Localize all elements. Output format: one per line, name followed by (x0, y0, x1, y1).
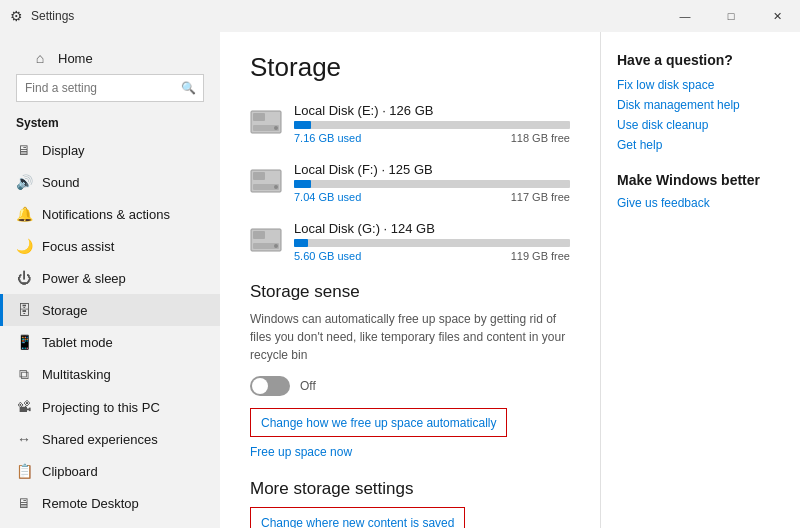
multitasking-icon: ⧉ (16, 366, 32, 383)
sidebar-label-home: Home (58, 51, 93, 66)
disk-used-1: 7.04 GB used (294, 191, 361, 203)
disk-icon-2 (250, 228, 282, 256)
disk-bar-0 (294, 121, 570, 129)
disk-svg-1 (250, 169, 282, 195)
disk-details-0: Local Disk (E:) · 126 GB 7.16 GB used 11… (294, 103, 570, 144)
disk-bar-2 (294, 239, 570, 247)
disk-svg-0 (250, 110, 282, 136)
sidebar-item-home[interactable]: ⌂ Home (16, 42, 204, 74)
sidebar-label-display: Display (42, 143, 85, 158)
home-icon: ⌂ (32, 50, 48, 66)
display-icon: 🖥 (16, 142, 32, 158)
sidebar-label-focus: Focus assist (42, 239, 114, 254)
sidebar-label-multitasking: Multitasking (42, 367, 111, 382)
disk-stats-0: 7.16 GB used 118 GB free (294, 132, 570, 144)
disk-fill-2 (294, 239, 308, 247)
sidebar-label-sound: Sound (42, 175, 80, 190)
titlebar: ⚙ Settings — □ ✕ (0, 0, 800, 32)
free-link[interactable]: Free up space now (250, 445, 570, 459)
sidebar-item-remote[interactable]: 🖥 Remote Desktop (0, 487, 220, 519)
disk-name-2: Local Disk (G:) · 124 GB (294, 221, 570, 236)
right-link-0[interactable]: Fix low disk space (617, 78, 784, 92)
main-content: ⌂ Home 🔍 System 🖥 Display 🔊 Sound 🔔 Noti… (0, 32, 800, 528)
sidebar-item-storage[interactable]: 🗄 Storage (0, 294, 220, 326)
storage-sense-toggle[interactable] (250, 376, 290, 396)
disk-free-1: 117 GB free (511, 191, 570, 203)
remote-icon: 🖥 (16, 495, 32, 511)
sidebar-item-display[interactable]: 🖥 Display (0, 134, 220, 166)
more-link-0[interactable]: Change where new content is saved (261, 516, 454, 528)
svg-point-6 (274, 185, 278, 189)
disk-icon-1 (250, 169, 282, 197)
more-settings-box: Change where new content is saved Manage… (250, 507, 465, 528)
disk-item-1: Local Disk (F:) · 125 GB 7.04 GB used 11… (250, 162, 570, 203)
disk-details-1: Local Disk (F:) · 125 GB 7.04 GB used 11… (294, 162, 570, 203)
close-button[interactable]: ✕ (754, 0, 800, 32)
search-icon: 🔍 (181, 81, 196, 95)
feedback-link[interactable]: Give us feedback (617, 196, 784, 210)
disk-details-2: Local Disk (G:) · 124 GB 5.60 GB used 11… (294, 221, 570, 262)
disk-name-1: Local Disk (F:) · 125 GB (294, 162, 570, 177)
projecting-icon: 📽 (16, 399, 32, 415)
sidebar-item-projecting[interactable]: 📽 Projecting to this PC (0, 391, 220, 423)
svg-rect-7 (253, 172, 265, 180)
right-link-2[interactable]: Use disk cleanup (617, 118, 784, 132)
search-input[interactable] (25, 81, 175, 95)
question-title: Have a question? (617, 52, 784, 68)
sidebar-item-shared[interactable]: ↔ Shared experiences (0, 423, 220, 455)
sidebar-label-clipboard: Clipboard (42, 464, 98, 479)
svg-point-10 (274, 244, 278, 248)
settings-icon: ⚙ (10, 8, 23, 24)
svg-rect-11 (253, 231, 265, 239)
sidebar-item-power[interactable]: ⏻ Power & sleep (0, 262, 220, 294)
main-panel: Storage Local Disk (E:) · 126 GB 7.16 GB… (220, 32, 600, 528)
focus-icon: 🌙 (16, 238, 32, 254)
disk-fill-1 (294, 180, 311, 188)
change-link[interactable]: Change how we free up space automaticall… (261, 416, 496, 430)
sidebar-item-notifications[interactable]: 🔔 Notifications & actions (0, 198, 220, 230)
sidebar-item-multitasking[interactable]: ⧉ Multitasking (0, 358, 220, 391)
tablet-icon: 📱 (16, 334, 32, 350)
right-link-1[interactable]: Disk management help (617, 98, 784, 112)
maximize-button[interactable]: □ (708, 0, 754, 32)
search-box[interactable]: 🔍 (16, 74, 204, 102)
right-link-3[interactable]: Get help (617, 138, 784, 152)
disk-svg-2 (250, 228, 282, 254)
disk-free-2: 119 GB free (511, 250, 570, 262)
sidebar-item-sound[interactable]: 🔊 Sound (0, 166, 220, 198)
disk-name-0: Local Disk (E:) · 126 GB (294, 103, 570, 118)
disk-stats-1: 7.04 GB used 117 GB free (294, 191, 570, 203)
titlebar-controls: — □ ✕ (662, 0, 800, 32)
disk-used-0: 7.16 GB used (294, 132, 361, 144)
sidebar-item-tablet[interactable]: 📱 Tablet mode (0, 326, 220, 358)
window-title: Settings (31, 9, 74, 23)
svg-point-2 (274, 126, 278, 130)
disk-item-0: Local Disk (E:) · 126 GB 7.16 GB used 11… (250, 103, 570, 144)
sidebar-label-tablet: Tablet mode (42, 335, 113, 350)
disk-fill-0 (294, 121, 311, 129)
change-link-box: Change how we free up space automaticall… (250, 408, 570, 437)
disks-container: Local Disk (E:) · 126 GB 7.16 GB used 11… (250, 103, 570, 262)
sidebar-label-remote: Remote Desktop (42, 496, 139, 511)
disk-stats-2: 5.60 GB used 119 GB free (294, 250, 570, 262)
storage-icon: 🗄 (16, 302, 32, 318)
sidebar-label-shared: Shared experiences (42, 432, 158, 447)
disk-free-0: 118 GB free (511, 132, 570, 144)
sidebar-label-power: Power & sleep (42, 271, 126, 286)
system-label: System (0, 108, 220, 134)
disk-icon-0 (250, 110, 282, 138)
notifications-icon: 🔔 (16, 206, 32, 222)
storage-sense-desc: Windows can automatically free up space … (250, 310, 570, 364)
sidebar-label-projecting: Projecting to this PC (42, 400, 160, 415)
disk-used-2: 5.60 GB used (294, 250, 361, 262)
storage-sense-title: Storage sense (250, 282, 570, 302)
sidebar: ⌂ Home 🔍 System 🖥 Display 🔊 Sound 🔔 Noti… (0, 32, 220, 528)
page-title: Storage (250, 52, 570, 83)
disk-item-2: Local Disk (G:) · 124 GB 5.60 GB used 11… (250, 221, 570, 262)
toggle-label: Off (300, 379, 316, 393)
clipboard-icon: 📋 (16, 463, 32, 479)
disk-bar-1 (294, 180, 570, 188)
sidebar-item-focus[interactable]: 🌙 Focus assist (0, 230, 220, 262)
sidebar-item-clipboard[interactable]: 📋 Clipboard (0, 455, 220, 487)
minimize-button[interactable]: — (662, 0, 708, 32)
